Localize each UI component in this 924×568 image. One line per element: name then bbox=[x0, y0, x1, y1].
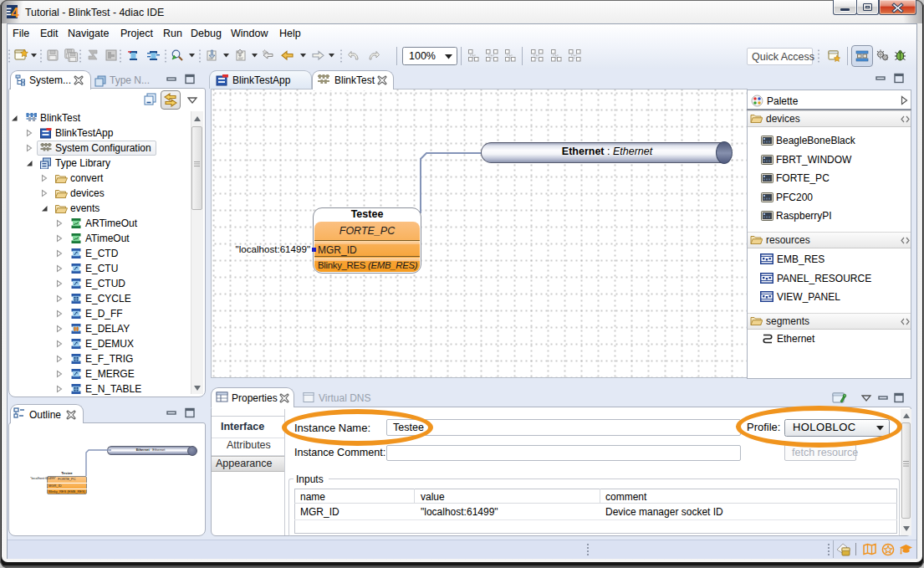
svg-text:4: 4 bbox=[11, 5, 19, 20]
